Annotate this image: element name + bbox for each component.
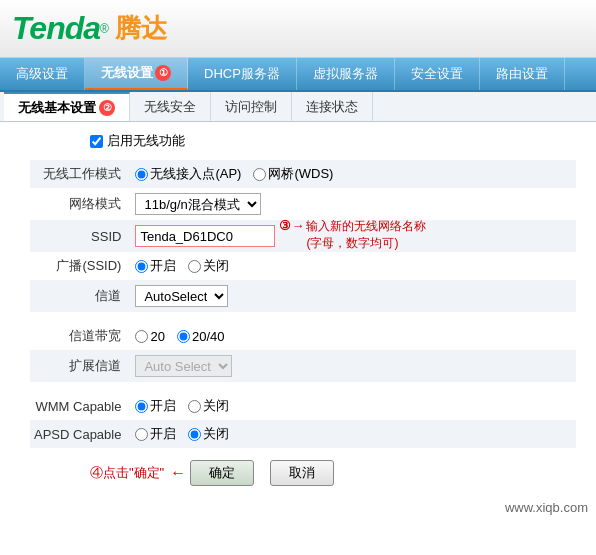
apsd-on-label: 开启: [150, 425, 176, 443]
channel-row: 信道 AutoSelect: [30, 280, 576, 312]
broadcast-off-label: 关闭: [203, 257, 229, 275]
settings-table: 无线工作模式 无线接入点(AP) 网桥(WDS) 网络模式: [30, 160, 576, 448]
mode-ap-radio[interactable]: [135, 168, 148, 181]
watermark: www.xiqb.com: [0, 496, 596, 517]
broadcast-on-option[interactable]: 开启: [135, 257, 176, 275]
ext-channel-select[interactable]: Auto Select: [135, 355, 232, 377]
ssid-value: Tenda_D61DC0 ③→ 输入新的无线网络名称 (字母，数字均可): [131, 220, 576, 252]
mode-ap-option[interactable]: 无线接入点(AP): [135, 165, 241, 183]
sub-circle-2: ②: [99, 100, 115, 116]
apsd-label: APSD Capable: [30, 420, 131, 448]
apsd-on-radio[interactable]: [135, 428, 148, 441]
bw-20-radio[interactable]: [135, 330, 148, 343]
ssid-annotation-text: 输入新的无线网络名称 (字母，数字均可): [306, 218, 426, 252]
nav-circle-1: ①: [155, 65, 171, 81]
bw-20-option[interactable]: 20: [135, 329, 164, 344]
wmm-off-radio[interactable]: [188, 400, 201, 413]
channel-label: 信道: [30, 280, 131, 312]
wmm-label: WMM Capable: [30, 392, 131, 420]
channel-value: AutoSelect: [131, 280, 576, 312]
wmm-off-option[interactable]: 关闭: [188, 397, 229, 415]
apsd-off-label: 关闭: [203, 425, 229, 443]
mode-wds-radio[interactable]: [253, 168, 266, 181]
broadcast-on-label: 开启: [150, 257, 176, 275]
mode-wds-option[interactable]: 网桥(WDS): [253, 165, 333, 183]
wmm-on-radio[interactable]: [135, 400, 148, 413]
ssid-input[interactable]: Tenda_D61DC0: [135, 225, 275, 247]
channel-bw-value: 20 20/40: [131, 322, 576, 350]
mode-ap-label: 无线接入点(AP): [150, 165, 241, 183]
confirm-annotation: ④点击"确定": [90, 464, 164, 482]
nav-item-security[interactable]: 安全设置: [395, 58, 480, 90]
ext-channel-value: Auto Select: [131, 350, 576, 382]
bw-20-label: 20: [150, 329, 164, 344]
subnav-status[interactable]: 连接状态: [292, 92, 373, 121]
nav-item-dhcp[interactable]: DHCP服务器: [188, 58, 297, 90]
spacer-row-2: [30, 382, 576, 392]
subnav-basic[interactable]: 无线基本设置 ②: [4, 92, 130, 121]
nav-item-routing[interactable]: 路由设置: [480, 58, 565, 90]
subnav-security[interactable]: 无线安全: [130, 92, 211, 121]
wireless-mode-row: 无线工作模式 无线接入点(AP) 网桥(WDS): [30, 160, 576, 188]
apsd-on-option[interactable]: 开启: [135, 425, 176, 443]
channel-bw-row: 信道带宽 20 20/40: [30, 322, 576, 350]
apsd-row: APSD Capable 开启 关闭: [30, 420, 576, 448]
channel-select[interactable]: AutoSelect: [135, 285, 228, 307]
nav-item-virtual[interactable]: 虚拟服务器: [297, 58, 395, 90]
wireless-mode-label: 无线工作模式: [30, 160, 131, 188]
apsd-off-radio[interactable]: [188, 428, 201, 441]
bw-2040-radio[interactable]: [177, 330, 190, 343]
broadcast-on-radio[interactable]: [135, 260, 148, 273]
ext-channel-label: 扩展信道: [30, 350, 131, 382]
enable-wireless-row: 启用无线功能: [90, 132, 576, 150]
button-row: ④点击"确定" ← 确定 取消: [90, 460, 576, 486]
ssid-label: SSID: [30, 220, 131, 252]
sub-nav: 无线基本设置 ② 无线安全 访问控制 连接状态: [0, 92, 596, 122]
network-mode-value: 11b/g/n混合模式: [131, 188, 576, 220]
enable-wireless-checkbox[interactable]: [90, 135, 103, 148]
ssid-arrow: ③→: [279, 218, 304, 233]
content: 启用无线功能 无线工作模式 无线接入点(AP) 网桥(WDS): [0, 122, 596, 496]
enable-wireless-label[interactable]: 启用无线功能: [107, 132, 185, 150]
confirm-button[interactable]: 确定: [190, 460, 254, 486]
logo-cn: 腾达: [115, 11, 167, 46]
confirm-annotation-arrow: ←: [170, 464, 186, 482]
broadcast-label: 广播(SSID): [30, 252, 131, 280]
logo-en: Tenda: [12, 10, 100, 47]
logo-reg: ®: [100, 22, 109, 36]
ssid-row: SSID Tenda_D61DC0 ③→ 输入新的无线网络名称 (字母，数字均可…: [30, 220, 576, 252]
apsd-off-option[interactable]: 关闭: [188, 425, 229, 443]
broadcast-off-option[interactable]: 关闭: [188, 257, 229, 275]
wmm-value: 开启 关闭: [131, 392, 576, 420]
nav-bar: 高级设置 无线设置 ① DHCP服务器 虚拟服务器 安全设置 路由设置: [0, 58, 596, 92]
wmm-on-label: 开启: [150, 397, 176, 415]
bw-2040-option[interactable]: 20/40: [177, 329, 225, 344]
network-mode-select[interactable]: 11b/g/n混合模式: [135, 193, 261, 215]
bw-2040-label: 20/40: [192, 329, 225, 344]
broadcast-value: 开启 关闭: [131, 252, 576, 280]
wmm-row: WMM Capable 开启 关闭: [30, 392, 576, 420]
network-mode-label: 网络模式: [30, 188, 131, 220]
apsd-value: 开启 关闭: [131, 420, 576, 448]
broadcast-row: 广播(SSID) 开启 关闭: [30, 252, 576, 280]
broadcast-off-radio[interactable]: [188, 260, 201, 273]
wmm-off-label: 关闭: [203, 397, 229, 415]
header: Tenda® 腾达: [0, 0, 596, 58]
subnav-access[interactable]: 访问控制: [211, 92, 292, 121]
spacer-row-1: [30, 312, 576, 322]
nav-item-wireless[interactable]: 无线设置 ①: [85, 58, 188, 90]
nav-item-advanced[interactable]: 高级设置: [0, 58, 85, 90]
wmm-on-option[interactable]: 开启: [135, 397, 176, 415]
mode-wds-label: 网桥(WDS): [268, 165, 333, 183]
wireless-mode-value: 无线接入点(AP) 网桥(WDS): [131, 160, 576, 188]
network-mode-row: 网络模式 11b/g/n混合模式: [30, 188, 576, 220]
ext-channel-row: 扩展信道 Auto Select: [30, 350, 576, 382]
channel-bw-label: 信道带宽: [30, 322, 131, 350]
cancel-button[interactable]: 取消: [270, 460, 334, 486]
ssid-annotation: ③→ 输入新的无线网络名称 (字母，数字均可): [279, 218, 426, 252]
